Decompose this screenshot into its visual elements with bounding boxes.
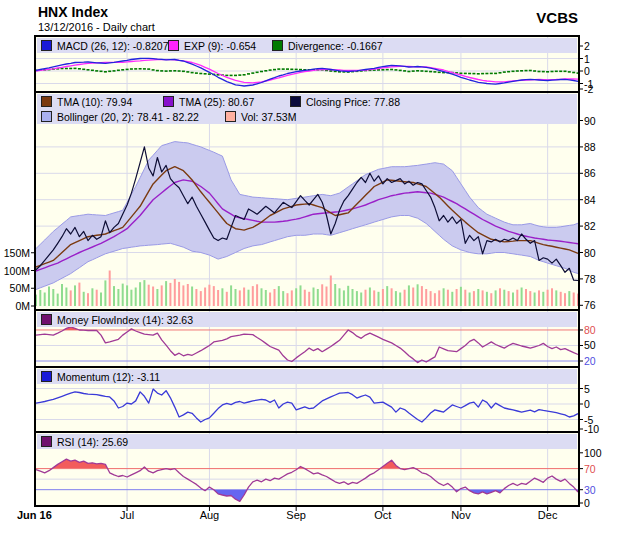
divergence-dash [178,70,181,72]
divergence-dash [152,69,155,71]
divergence-dash [195,72,198,74]
volume-bar [300,285,302,306]
divergence-dash [108,71,111,73]
volume-bar [477,289,479,306]
volume-bar [456,289,458,306]
volume-bar [165,281,167,306]
divergence-dash [485,73,488,75]
macd-legend: MACD (26, 12): -0.8207 EXP (9): -0.654 D… [37,38,577,53]
divergence-dash [416,70,419,72]
volume-bar [321,284,323,306]
bollinger-legend-label: Bollinger (20, 2): 78.41 - 82.22 [57,111,199,123]
volume-bar [226,292,228,306]
volume-bar [261,288,263,306]
momentum-legend-label: Momentum (12): -3.11 [57,371,160,383]
divergence-dash [542,71,545,73]
volume-bar [352,289,354,306]
volume-bar [78,283,80,306]
divergence-dash [438,72,441,74]
volume-bar [434,293,436,306]
volume-bar [508,291,510,306]
volume-bar [252,286,254,306]
bollinger-swatch-icon [41,111,52,122]
volume-bar [130,290,132,306]
momentum-legend: Momentum (12): -3.11 [37,369,577,384]
divergence-dash [243,74,246,76]
volume-bar [386,286,388,306]
volume-bar [230,285,232,306]
volume-bar [330,276,332,307]
divergence-dash [286,68,289,70]
volume-legend-label: Vol: 37.53M [241,111,296,123]
volume-bar [91,288,93,306]
volume-bar [564,293,566,306]
volume-bar [213,286,215,306]
volume-bar [334,284,336,306]
volume-bar [135,288,137,307]
volume-bar [178,282,180,306]
volume-bar [412,288,414,307]
volume-bar [96,290,98,306]
tma25-swatch-icon [163,96,174,107]
tma10-legend-label: TMA (10): 79.94 [57,96,132,108]
divergence-dash [425,71,428,73]
macd-swatch-icon [41,40,52,51]
volume-bar [482,290,484,306]
divergence-dash [520,70,523,72]
divergence-swatch-icon [272,40,283,51]
volume-bar [291,290,293,306]
divergence-dash [490,73,493,75]
divergence-dash [568,71,571,73]
volume-bar [438,290,440,306]
volume-bar [486,292,488,306]
divergence-dash [130,68,133,70]
volume-bar [313,288,315,307]
divergence-dash [377,69,380,71]
volume-bar [256,284,258,306]
mfi-legend-label: Money FlowIndex (14): 32.63 [57,314,193,326]
volume-bar [395,291,397,306]
divergence-dash [555,71,558,73]
volume-bar [282,291,284,306]
divergence-dash [117,70,120,72]
divergence-dash [156,70,159,72]
divergence-dash [390,69,393,71]
divergence-dash [551,71,554,73]
divergence-dash [507,71,510,73]
divergence-dash [113,70,116,72]
chart-window: 210-1-2908886848280787680502050-5-101007… [0,0,620,535]
volume-bar [52,289,54,306]
volume-bar [274,289,276,306]
closing-price-swatch-icon [290,96,301,107]
divergence-dash [256,72,259,74]
volume-bar [460,287,462,306]
tma10-swatch-icon [41,96,52,107]
volume-bar [217,290,219,306]
divergence-dash [260,71,263,73]
volume-bar [239,290,241,306]
divergence-dash [160,70,163,72]
volume-bar [269,293,271,307]
volume-bar [382,289,384,306]
volume-bar [143,280,145,306]
closing-price-legend-label: Closing Price: 77.88 [306,96,400,108]
divergence-dash [494,73,497,75]
divergence-dash [282,68,285,70]
tma25-legend-label: TMA (25): 80.67 [179,96,254,108]
volume-bar [542,292,544,306]
volume-bar [538,290,540,306]
volume-bar [74,285,76,306]
volume-bar [373,290,375,306]
volume-bar [152,287,154,307]
volume-bar [308,292,310,306]
volume-bar [113,286,115,306]
divergence-dash [204,73,207,75]
volume-bar [139,282,141,306]
volume-bar [187,284,189,306]
divergence-dash [433,71,436,73]
mfi-swatch-icon [41,314,52,325]
volume-bar [365,290,367,306]
volume-bar [200,291,202,306]
volume-bar [391,288,393,306]
brand-logo: VCBS [478,9,578,26]
